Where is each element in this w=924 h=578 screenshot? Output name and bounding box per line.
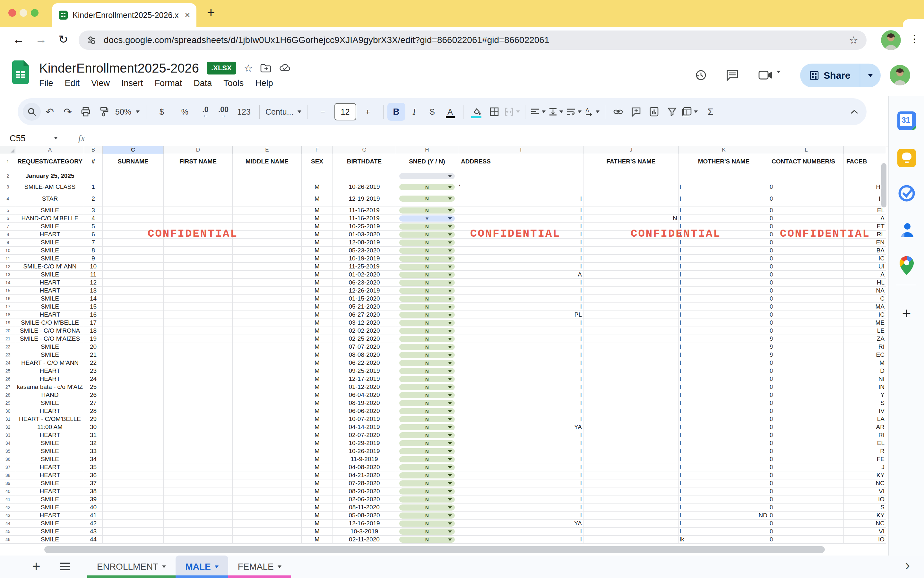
sex-cell[interactable]: M xyxy=(302,335,333,343)
address-cell[interactable]: I xyxy=(458,495,584,503)
row-header[interactable]: 22 xyxy=(0,343,16,351)
cell[interactable] xyxy=(164,367,233,375)
category-cell[interactable]: HEART - C/O M'ANN xyxy=(16,359,84,367)
cell[interactable] xyxy=(679,169,769,183)
category-cell[interactable]: SMILE xyxy=(16,255,84,262)
cell[interactable]: N xyxy=(396,263,458,270)
facebook-cell[interactable]: S xyxy=(844,399,886,407)
facebook-cell[interactable]: RI xyxy=(844,431,886,439)
contact-cell[interactable]: 0 xyxy=(769,536,844,543)
sned-dropdown[interactable]: N xyxy=(399,456,455,463)
mother-cell[interactable]: I xyxy=(679,431,769,439)
field-header[interactable]: MOTHER'S NAME xyxy=(679,154,769,169)
table-views-icon[interactable] xyxy=(681,103,699,121)
sned-dropdown[interactable]: N xyxy=(399,328,455,334)
cell[interactable] xyxy=(164,495,233,503)
address-cell[interactable]: I xyxy=(458,343,584,351)
category-cell[interactable]: SMILE-C/O M' ANN xyxy=(16,263,84,270)
column-header-I[interactable]: I xyxy=(458,146,584,154)
number-cell[interactable]: 41 xyxy=(84,511,103,519)
category-cell[interactable]: SMILE xyxy=(16,495,84,503)
cell[interactable] xyxy=(164,503,233,511)
decrease-decimal-button[interactable]: .0← xyxy=(196,103,214,121)
sned-dropdown[interactable]: N xyxy=(399,384,455,390)
row-header[interactable]: 29 xyxy=(0,399,16,407)
cell[interactable] xyxy=(164,439,233,447)
row-header[interactable]: 32 xyxy=(0,423,16,431)
number-cell[interactable]: 43 xyxy=(84,528,103,535)
cell[interactable]: N xyxy=(396,351,458,359)
contact-cell[interactable]: 0 xyxy=(769,319,844,326)
cell[interactable] xyxy=(233,214,302,222)
row-header[interactable]: 24 xyxy=(0,359,16,367)
row-header[interactable]: 10 xyxy=(0,247,16,254)
birthdate-cell[interactable]: 04-14-2019 xyxy=(333,423,396,431)
cell[interactable] xyxy=(103,191,164,206)
father-cell[interactable] xyxy=(584,351,679,359)
father-cell[interactable] xyxy=(584,399,679,407)
birthdate-cell[interactable]: 11-16-2019 xyxy=(333,206,396,214)
contact-cell[interactable]: 0 xyxy=(769,279,844,286)
cell[interactable] xyxy=(164,311,233,318)
cell[interactable] xyxy=(164,327,233,334)
sex-cell[interactable]: M xyxy=(302,255,333,262)
sex-cell[interactable]: M xyxy=(302,471,333,479)
sex-cell[interactable]: M xyxy=(302,295,333,302)
number-cell[interactable]: 12 xyxy=(84,279,103,286)
site-settings-icon[interactable] xyxy=(87,35,97,45)
mother-cell[interactable]: I xyxy=(679,247,769,254)
contact-cell[interactable]: 0 xyxy=(769,479,844,487)
cell[interactable] xyxy=(84,169,103,183)
father-cell[interactable] xyxy=(584,455,679,463)
facebook-cell[interactable]: A xyxy=(844,214,886,222)
sex-cell[interactable]: M xyxy=(302,263,333,270)
cell[interactable] xyxy=(233,303,302,310)
father-cell[interactable] xyxy=(584,407,679,415)
cell[interactable] xyxy=(103,263,164,270)
cell[interactable] xyxy=(103,511,164,519)
sex-cell[interactable]: M xyxy=(302,415,333,423)
contact-cell[interactable]: 0 xyxy=(769,206,844,214)
cell[interactable]: N xyxy=(396,431,458,439)
sned-dropdown[interactable]: N xyxy=(399,312,455,318)
sned-dropdown[interactable] xyxy=(399,173,455,179)
number-cell[interactable]: 15 xyxy=(84,303,103,310)
birthdate-cell[interactable]: 05-23-2020 xyxy=(333,247,396,254)
category-cell[interactable]: HEART xyxy=(16,463,84,471)
contact-cell[interactable]: 9 xyxy=(769,335,844,343)
cell[interactable] xyxy=(103,391,164,399)
mother-cell[interactable]: I xyxy=(679,367,769,375)
facebook-cell[interactable]: VI xyxy=(844,528,886,535)
address-cell[interactable]: I xyxy=(458,263,584,270)
share-button[interactable]: Share xyxy=(800,63,881,87)
cell[interactable] xyxy=(103,536,164,543)
cell[interactable] xyxy=(164,303,233,310)
facebook-cell[interactable]: EL xyxy=(844,439,886,447)
row-header[interactable]: 42 xyxy=(0,503,16,511)
cell[interactable]: N xyxy=(396,255,458,262)
new-tab-button[interactable]: + xyxy=(207,5,215,21)
sned-dropdown[interactable]: N xyxy=(399,448,455,455)
cell[interactable] xyxy=(103,183,164,191)
cell[interactable] xyxy=(103,367,164,375)
sex-cell[interactable]: M xyxy=(302,383,333,391)
address-cell[interactable]: I xyxy=(458,247,584,254)
cell[interactable] xyxy=(233,319,302,326)
cell[interactable] xyxy=(233,343,302,351)
sex-cell[interactable]: M xyxy=(302,343,333,351)
category-cell[interactable]: kasama bata - c/o M'AIZ xyxy=(16,383,84,391)
father-cell[interactable] xyxy=(584,447,679,455)
number-cell[interactable]: 23 xyxy=(84,367,103,375)
column-header-m[interactable] xyxy=(844,146,886,154)
cell[interactable]: N xyxy=(396,495,458,503)
sned-dropdown[interactable]: N xyxy=(399,432,455,438)
number-cell[interactable]: 9 xyxy=(84,255,103,262)
cell[interactable]: N xyxy=(396,471,458,479)
mother-cell[interactable]: I xyxy=(679,447,769,455)
address-cell[interactable]: I xyxy=(458,287,584,294)
field-header[interactable]: CONTACT NUMBER/S xyxy=(769,154,844,169)
cell[interactable] xyxy=(164,343,233,351)
address-cell[interactable]: PL xyxy=(458,311,584,318)
birthdate-cell[interactable]: 02-25-2020 xyxy=(333,335,396,343)
mother-cell[interactable]: I xyxy=(679,383,769,391)
